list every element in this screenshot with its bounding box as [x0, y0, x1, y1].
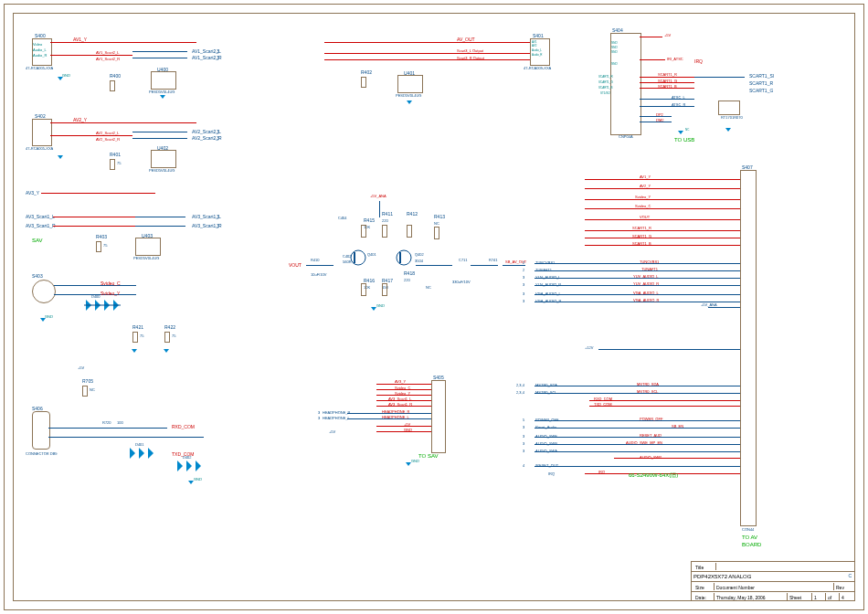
s404-gnd3: GND [611, 50, 618, 54]
connector-s405 [431, 380, 446, 453]
net-atscr: ATSC_R [672, 102, 685, 107]
refdes-con44: CON44 [742, 527, 754, 532]
ref-vgal-3: 3 [523, 291, 524, 296]
r422-val: 75 [172, 333, 175, 338]
tb-title: PDP42X5X72 ANALOG [692, 572, 854, 582]
net-av3sc1l: AV3_Scart1_L [26, 214, 55, 219]
refdes-r412: R412 [407, 211, 418, 217]
s400-pin-audiol: Audio_L [33, 48, 47, 52]
ic-u400 [151, 71, 176, 90]
gnd-s402 [58, 155, 63, 159]
svg-marker-10 [139, 448, 144, 459]
refdes-cnp04a: CNP04A [619, 134, 633, 139]
ref-yuvr-3: 3 [523, 282, 524, 287]
s405-net-5v: +5V [404, 422, 410, 427]
s407-net-irq: IRQ [598, 470, 605, 474]
gnd-s403-label: GND [45, 314, 53, 319]
tb-rev: C [848, 573, 852, 578]
wire-svc [54, 285, 136, 286]
ref-swe-3: 3 [523, 434, 524, 439]
net-dm2: DM2 [656, 118, 663, 122]
refdes-r411: R411 [382, 211, 393, 217]
net-vgal: VGA_AUDIO_L [535, 291, 561, 296]
s407-sc1b [585, 245, 740, 246]
s407-txd [589, 406, 740, 407]
connector-s402 [32, 119, 52, 146]
r403 [96, 241, 101, 252]
wire-av1y [50, 42, 196, 43]
s401-av2: AV2 [532, 44, 536, 48]
s402-type: 47-RCA005-XXA [26, 146, 53, 151]
tb-sheet-n: 1 [812, 593, 826, 600]
refdes-q402: Q402 [415, 252, 424, 257]
u403-type: PESD5V0L4UG [133, 256, 159, 260]
s405-net-sc1r: AV3_Scart1_R [388, 402, 412, 407]
diode-array-d401 [128, 448, 161, 585]
s407-net-av1y: AV1_Y [640, 175, 651, 179]
refdes-r403: R403 [96, 234, 107, 239]
net-vout: VOUT [289, 262, 302, 268]
s407-av1y [585, 179, 740, 180]
ref-av1r-3: 3 [217, 55, 219, 60]
refdes-r401: R401 [110, 152, 121, 157]
s407-net-rstaud: RESET_AUD [640, 433, 662, 438]
s407-net-sda: MSTR0_SDA [637, 382, 659, 386]
s405-net-hpl-r: HEADPHONE_L [382, 415, 409, 419]
s407-net-sc1b: SCART1_B [632, 241, 651, 246]
net-sc1g-out: SCART1_G [749, 88, 773, 93]
net-av3sc1r: AV3_Scart1_R [26, 223, 56, 228]
s401-audior: Audio_R [532, 53, 543, 57]
net-rstout: /RESET_OUT [535, 463, 558, 468]
ref-swa-3: 3 [523, 449, 524, 453]
refdes-c404: C404 [338, 216, 347, 220]
net-5vana: +5V_ANA [370, 194, 386, 198]
s404-gnd1: GND [611, 41, 618, 45]
wire-tuncvbs [535, 263, 740, 264]
s405-net-hpr-r: HEADPHONE_R [382, 409, 409, 414]
r400 [110, 80, 115, 91]
net-scart1b: SCART1_B [658, 84, 677, 89]
refdes-s401: S401 [533, 33, 544, 38]
ref-poff-5: 5 [523, 418, 524, 422]
ref-swb-3: 3 [523, 441, 524, 446]
svg-marker-11 [148, 448, 153, 459]
s407-svc [585, 208, 740, 209]
wire-rxd2 [122, 428, 167, 429]
s407-net-yuvl: YUV_AUDIO_L [633, 274, 659, 279]
r413-val: NC [434, 221, 439, 226]
label-tosav: TO SAV [418, 453, 438, 459]
net-hpr: HEADPHONE_R [323, 410, 350, 415]
refdes-r410: R410 [311, 258, 320, 262]
wire-s404-iri [640, 59, 665, 60]
s405-net-svc: Svideo_C [395, 386, 410, 390]
s405-net-sc1l: AV3_Scart1_L [388, 397, 412, 401]
net-irq-label: IRQ [548, 471, 555, 476]
s404-sti: ST1/SI2 [600, 91, 610, 95]
wire-poff [535, 420, 740, 421]
s400-pin-audior: Audio_R [33, 53, 47, 58]
refdes-r422: R422 [164, 324, 175, 330]
s404-scartb: SCART1_B [598, 86, 612, 90]
s407-net-scl: MSTR0_SCL [637, 389, 659, 394]
wire-5vana-v [379, 201, 380, 217]
s407-net-txd: TXD_COM [594, 402, 612, 407]
r705-val: NC [90, 387, 95, 392]
net-tuncvbs: TUNCVBS1 [535, 260, 555, 265]
s404-scartr: SCART1_R [598, 75, 613, 79]
s407-net-vgar: VGA_AUDIO_R [633, 298, 659, 302]
diode-array-d402 [175, 460, 208, 471]
wire-av3l-out [135, 217, 185, 217]
wire-av2y [50, 122, 196, 123]
wire-rsta [535, 428, 740, 429]
wire-to-r741 [471, 265, 498, 266]
net-yuvl: YUV_AUDIO_L [535, 275, 561, 280]
ref-scl-234: 2,3,4 [516, 390, 524, 395]
net-rxdcom: RXD_COM [172, 424, 195, 429]
refdes-d400: D400 [91, 294, 101, 299]
s404-gnd2: GND [611, 46, 618, 49]
wire-rxd [48, 428, 122, 429]
ref-hpl-3: 3 [318, 416, 320, 420]
net-yuvr: YUV_AUDIO_R [535, 282, 561, 287]
net-svideoc: Svideo_C [101, 281, 121, 286]
net-swe: AUDIO_SWE [535, 434, 557, 439]
